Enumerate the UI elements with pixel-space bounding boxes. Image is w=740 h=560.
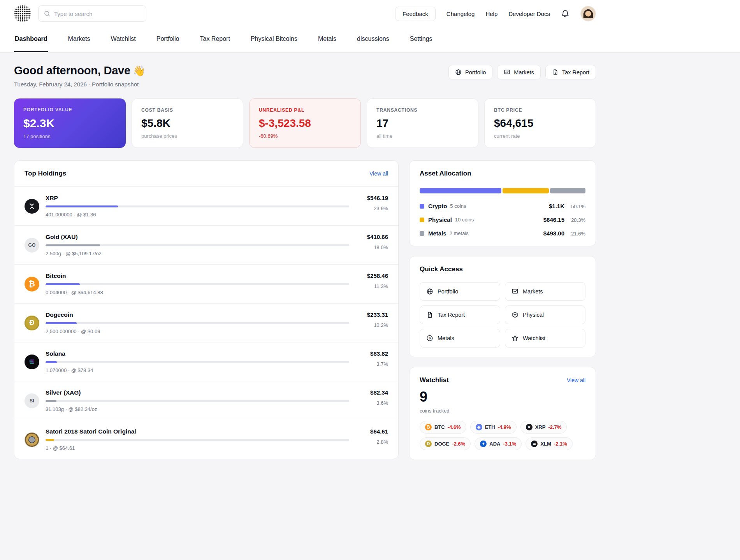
- holding-percent: 11.3%: [374, 283, 388, 289]
- holding-name: Gold (XAU): [46, 233, 349, 241]
- tab-physical-bitcoins[interactable]: Physical Bitcoins: [250, 27, 298, 52]
- developer-docs-link[interactable]: Developer Docs: [508, 11, 550, 17]
- tax-report-shortcut-label: Tax Report: [562, 69, 589, 75]
- legend-count: 2 metals: [450, 230, 469, 236]
- quick-watchlist-button[interactable]: Watchlist: [505, 329, 585, 348]
- physical-swatch-icon: [420, 218, 424, 222]
- stat-label: TRANSACTIONS: [376, 107, 469, 113]
- greeting-section: Good afternoon, Dave👋 Tuesday, February …: [14, 64, 596, 88]
- quick-metals-button[interactable]: $ Metals: [420, 329, 500, 348]
- holding-row-satori-coin[interactable]: Satori 2018 Satori Coin Original 1 · @ $…: [14, 420, 398, 459]
- stat-card-unrealised-pnl: UNREALISED P&L $-3,523.58 -60.69%: [249, 98, 361, 148]
- tab-settings[interactable]: Settings: [409, 27, 433, 52]
- dogecoin-icon: Ð: [25, 316, 39, 330]
- holding-percent: 3.7%: [376, 361, 388, 367]
- legend-count: 5 coins: [450, 203, 466, 209]
- quick-button-label: Physical: [523, 312, 544, 318]
- quick-access-card: Quick Access Portfolio Markets Tax Repor…: [409, 256, 596, 357]
- doge-icon: Ð: [425, 441, 432, 447]
- tab-dashboard[interactable]: Dashboard: [14, 27, 48, 52]
- notifications-button[interactable]: [561, 9, 570, 18]
- watchlist-pills: ₿ BTC -4.6% ◆ ETH -4.9% ✕ XRP -2.7%: [420, 421, 585, 450]
- legend-count: 10 coins: [455, 217, 474, 223]
- quick-button-label: Markets: [523, 288, 543, 295]
- portfolio-shortcut-button[interactable]: Portfolio: [448, 65, 492, 79]
- quick-access-title: Quick Access: [420, 265, 463, 273]
- holding-row-xrp[interactable]: XRP 401.000000 · @ $1.36 $546.19 23.9%: [14, 187, 398, 226]
- holding-progress-track: [46, 361, 349, 363]
- watchlist-count-label: coins tracked: [420, 408, 585, 414]
- coin-pill-eth[interactable]: ◆ ETH -4.9%: [470, 421, 517, 434]
- holding-name: Dogecoin: [46, 311, 349, 318]
- xlm-icon: ≋: [531, 441, 538, 447]
- watchlist-count: 9: [420, 389, 585, 405]
- holding-progress-fill: [46, 283, 80, 285]
- stat-label: BTC PRICE: [494, 107, 586, 113]
- tab-metals[interactable]: Metals: [317, 27, 337, 52]
- holding-progress-fill: [46, 400, 56, 402]
- search-box[interactable]: [38, 5, 146, 22]
- holding-row-silver[interactable]: SI Silver (XAG) 31.103g · @ $82.34/oz $8…: [14, 381, 398, 420]
- tab-tax-report[interactable]: Tax Report: [199, 27, 231, 52]
- holding-name: Bitcoin: [46, 272, 349, 279]
- tab-markets[interactable]: Markets: [67, 27, 91, 52]
- holding-percent: 3.6%: [376, 400, 388, 406]
- coin-pill-xrp[interactable]: ✕ XRP -2.7%: [520, 421, 567, 434]
- holding-detail: 2,500.000000 · @ $0.09: [46, 328, 349, 334]
- holding-percent: 10.2%: [374, 322, 388, 328]
- coin-pill-doge[interactable]: Ð DOGE -2.6%: [420, 437, 471, 450]
- silver-icon: SI: [25, 393, 39, 408]
- markets-shortcut-button[interactable]: Markets: [497, 65, 541, 79]
- chart-icon: [511, 288, 519, 295]
- stat-value: $-3,523.58: [259, 117, 351, 130]
- holding-value: $82.34: [370, 389, 388, 396]
- changelog-link[interactable]: Changelog: [446, 11, 475, 17]
- app-logo[interactable]: [14, 5, 31, 22]
- quick-tax-report-button[interactable]: Tax Report: [420, 305, 500, 324]
- holding-row-gold[interactable]: GO Gold (XAU) 2.500g · @ $5,109.17/oz $4…: [14, 226, 398, 265]
- holding-detail: 401.000000 · @ $1.36: [46, 212, 349, 218]
- legend-row-metals: Metals 2 metals $493.0021.6%: [420, 230, 585, 237]
- top-holdings-card: Top Holdings View all XRP 401.000000 · @…: [14, 160, 399, 459]
- quick-button-label: Metals: [438, 335, 454, 341]
- holding-progress-fill: [46, 361, 57, 363]
- holdings-view-all-link[interactable]: View all: [369, 170, 388, 177]
- solana-icon: [25, 355, 39, 369]
- holding-percent: 18.0%: [374, 244, 388, 250]
- tab-portfolio[interactable]: Portfolio: [156, 27, 180, 52]
- watchlist-view-all-link[interactable]: View all: [567, 377, 585, 383]
- feedback-button[interactable]: Feedback: [395, 7, 436, 21]
- tab-watchlist[interactable]: Watchlist: [110, 27, 136, 52]
- page-subtitle: Tuesday, February 24, 2026 · Portfolio s…: [14, 81, 145, 88]
- allocation-title: Asset Allocation: [420, 170, 471, 177]
- coin-pill-xlm[interactable]: ≋ XLM -2.1%: [526, 437, 572, 450]
- tax-report-shortcut-button[interactable]: Tax Report: [545, 65, 596, 79]
- holding-value: $83.82: [370, 350, 388, 357]
- stat-label: PORTFOLIO VALUE: [23, 107, 116, 112]
- quick-markets-button[interactable]: Markets: [505, 282, 585, 301]
- coin-pill-btc[interactable]: ₿ BTC -4.6%: [420, 421, 466, 434]
- quick-physical-button[interactable]: Physical: [505, 305, 585, 324]
- portfolio-shortcut-label: Portfolio: [465, 69, 486, 75]
- btc-icon: ₿: [425, 424, 432, 430]
- user-avatar[interactable]: [580, 6, 596, 21]
- watchlist-title: Watchlist: [420, 376, 449, 384]
- holding-row-dogecoin[interactable]: Ð Dogecoin 2,500.000000 · @ $0.09 $233.3…: [14, 304, 398, 342]
- holding-progress-track: [46, 439, 349, 441]
- cube-icon: [511, 311, 519, 318]
- stat-value: $64,615: [494, 117, 586, 130]
- holding-value: $546.19: [367, 195, 388, 201]
- legend-row-crypto: Crypto 5 coins $1.1K50.1%: [420, 203, 585, 209]
- satori-coin-icon: [25, 432, 39, 447]
- eth-icon: ◆: [476, 424, 482, 430]
- crypto-swatch-icon: [420, 204, 424, 209]
- holding-row-solana[interactable]: Solana 1.070000 · @ $78.34 $83.82 3.7%: [14, 342, 398, 381]
- quick-portfolio-button[interactable]: Portfolio: [420, 282, 500, 301]
- search-input[interactable]: [54, 11, 141, 17]
- document-icon: [426, 311, 433, 318]
- help-link[interactable]: Help: [485, 11, 497, 17]
- legend-value: $493.00: [543, 230, 564, 237]
- coin-pill-ada[interactable]: ✦ ADA -3.1%: [475, 437, 522, 450]
- holding-row-bitcoin[interactable]: ₿ Bitcoin 0.004000 · @ $64,614.88 $258.4…: [14, 265, 398, 304]
- tab-discussions[interactable]: discussions: [356, 27, 390, 52]
